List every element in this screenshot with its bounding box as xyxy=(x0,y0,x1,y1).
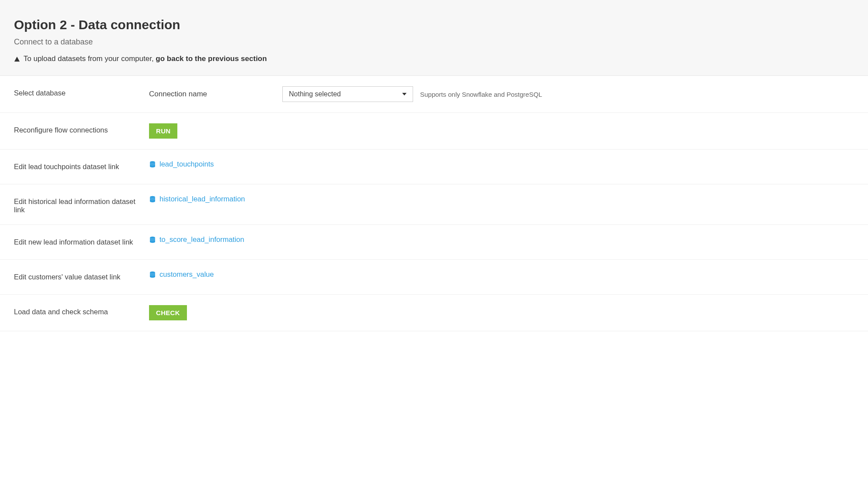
svg-point-2 xyxy=(150,236,155,238)
database-icon xyxy=(149,161,156,168)
dataset-content: customers_value xyxy=(149,270,854,279)
dataset-label: Edit new lead information dataset link xyxy=(14,235,149,246)
dataset-link-lead-touchpoints[interactable]: lead_touchpoints xyxy=(149,160,214,168)
dataset-row-customers-value: Edit customers' value dataset link custo… xyxy=(0,260,868,295)
svg-point-1 xyxy=(150,196,155,197)
dataset-link-text: lead_touchpoints xyxy=(159,160,214,168)
warning-text-bold: go back to the previous section xyxy=(156,54,267,63)
header-section: Option 2 - Data connection Connect to a … xyxy=(0,0,868,76)
dataset-row-historical-lead: Edit historical lead information dataset… xyxy=(0,184,868,225)
connection-name-label: Connection name xyxy=(149,90,275,99)
select-database-row: Select database Connection name Nothing … xyxy=(0,76,868,113)
dataset-link-historical-lead[interactable]: historical_lead_information xyxy=(149,195,245,203)
dataset-link-customers-value[interactable]: customers_value xyxy=(149,270,214,279)
dataset-link-text: to_score_lead_information xyxy=(159,235,244,244)
load-check-row: Load data and check schema CHECK xyxy=(0,295,868,331)
dataset-content: to_score_lead_information xyxy=(149,235,854,244)
dataset-content: lead_touchpoints xyxy=(149,160,854,168)
warning-text-prefix: To upload datasets from your computer, xyxy=(24,54,156,63)
warning-icon xyxy=(14,56,20,62)
connection-name-select[interactable]: Nothing selected xyxy=(282,86,413,102)
reconfigure-row: Reconfigure flow connections RUN xyxy=(0,113,868,150)
dataset-label: Edit lead touchpoints dataset link xyxy=(14,160,149,171)
svg-point-3 xyxy=(150,271,155,273)
dataset-row-new-lead: Edit new lead information dataset link t… xyxy=(0,225,868,260)
caret-down-icon xyxy=(402,93,407,95)
check-button[interactable]: CHECK xyxy=(149,305,187,320)
dataset-label: Edit historical lead information dataset… xyxy=(14,195,149,214)
dataset-link-text: historical_lead_information xyxy=(159,195,245,203)
connection-name-selected: Nothing selected xyxy=(289,90,341,98)
select-database-help: Supports only Snowflake and PostgreSQL xyxy=(420,91,542,98)
database-icon xyxy=(149,271,156,278)
dataset-link-text: customers_value xyxy=(159,270,214,279)
svg-point-0 xyxy=(150,161,155,163)
dataset-link-new-lead[interactable]: to_score_lead_information xyxy=(149,235,244,244)
dataset-content: historical_lead_information xyxy=(149,195,854,203)
select-database-content: Connection name Nothing selected Support… xyxy=(149,86,854,102)
load-check-content: CHECK xyxy=(149,305,854,320)
dataset-row-lead-touchpoints: Edit lead touchpoints dataset link lead_… xyxy=(0,150,868,184)
load-check-label: Load data and check schema xyxy=(14,305,149,316)
dataset-label: Edit customers' value dataset link xyxy=(14,270,149,281)
reconfigure-label: Reconfigure flow connections xyxy=(14,123,149,134)
database-icon xyxy=(149,236,156,243)
reconfigure-content: RUN xyxy=(149,123,854,139)
warning-row: To upload datasets from your computer, g… xyxy=(14,54,854,63)
page-title: Option 2 - Data connection xyxy=(14,17,854,32)
warning-text: To upload datasets from your computer, g… xyxy=(24,54,267,63)
database-icon xyxy=(149,196,156,203)
page-subtitle: Connect to a database xyxy=(14,37,854,47)
select-database-label: Select database xyxy=(14,86,149,97)
run-button[interactable]: RUN xyxy=(149,123,177,139)
